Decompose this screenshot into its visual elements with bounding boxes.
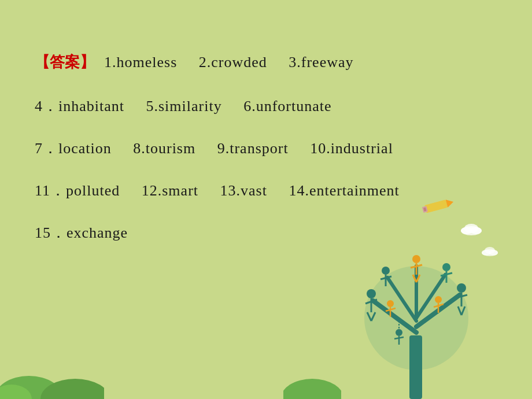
- svg-point-7: [367, 289, 376, 298]
- pencil-icon: [422, 200, 454, 215]
- answer-row-1: 【答案】 1.homeless 2.crowded 3.freeway: [35, 52, 497, 73]
- svg-point-34: [396, 329, 402, 336]
- svg-point-20: [412, 255, 420, 263]
- svg-point-17: [382, 267, 390, 275]
- slide-background: 【答案】 1.homeless 2.crowded 3.freeway 4．in…: [0, 0, 532, 399]
- answer-row-3: 7．location 8.tourism 9.transport 10.indu…: [35, 138, 497, 158]
- cloud-2: [480, 246, 500, 258]
- answer-row-4: 11．polluted 12.smart 13.vast 14.entertai…: [35, 180, 497, 201]
- answer-label: 【答案】: [35, 52, 95, 73]
- svg-point-25: [442, 263, 450, 271]
- svg-point-31: [435, 296, 442, 303]
- svg-point-49: [485, 247, 495, 254]
- svg-rect-38: [424, 200, 448, 213]
- svg-point-45: [464, 224, 478, 233]
- answer-row-2: 4．inhabitant 5.similarity 6.unfortunate: [35, 96, 497, 116]
- answer-items-2: 4．inhabitant 5.similarity 6.unfortunate: [35, 96, 332, 116]
- answer-items-4: 11．polluted 12.smart 13.vast 14.entertai…: [35, 180, 400, 201]
- cloud-1: [459, 223, 485, 238]
- answer-items-3: 7．location 8.tourism 9.transport 10.indu…: [35, 138, 393, 158]
- svg-point-28: [387, 300, 394, 307]
- tree-decoration: [335, 231, 503, 399]
- grass-right: [283, 364, 341, 399]
- answer-items-1: 1.homeless 2.crowded 3.freeway: [104, 52, 354, 73]
- svg-point-53: [283, 379, 341, 399]
- svg-point-12: [457, 283, 466, 293]
- grass-left: [0, 359, 104, 399]
- answer-items-5: 15．exchange: [35, 223, 128, 243]
